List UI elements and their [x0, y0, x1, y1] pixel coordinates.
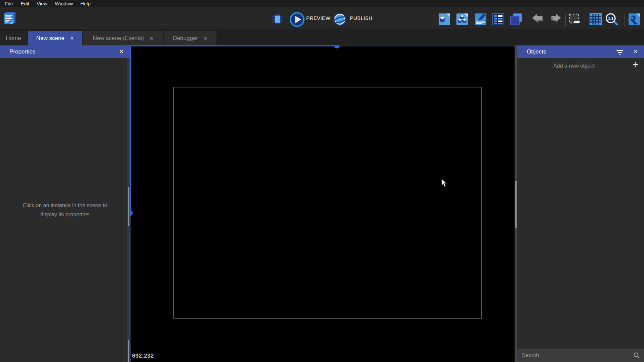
toolbar: PREVIEW PUBLISH [0, 7, 644, 29]
tab-close-icon[interactable]: ✕ [70, 35, 74, 41]
open-objects-editor-icon[interactable] [438, 12, 451, 27]
add-object-row[interactable]: Add a new object + [517, 58, 644, 74]
open-properties-panel-icon[interactable] [474, 12, 487, 27]
objects-panel: Objects ✕ Add a new object + [517, 45, 644, 362]
horizontal-scroll-track [130, 45, 337, 46]
left-scrollbar-thumb[interactable] [128, 187, 129, 226]
menu-view[interactable]: View [33, 0, 51, 7]
objects-search-bar [517, 349, 644, 362]
right-scrollbar-thumb[interactable] [515, 181, 517, 228]
tab-close-icon[interactable]: ✕ [203, 35, 208, 41]
tab-label: Home [6, 35, 21, 42]
left-scrollbar-thumb[interactable] [128, 340, 129, 362]
menu-bar: File Edit View Window Help [0, 0, 644, 7]
preview-button-label[interactable]: PREVIEW [306, 7, 330, 29]
vertical-scroll-track [130, 45, 131, 213]
mouse-cursor-icon [441, 179, 448, 189]
tab-new-scene[interactable]: New scene ✕ [28, 31, 82, 45]
game-window-frame [173, 87, 482, 319]
tab-close-icon[interactable]: ✕ [149, 35, 154, 41]
properties-panel: Properties ✕ Click on an instance in the… [0, 45, 130, 362]
vertical-scroll-thumb[interactable] [130, 210, 133, 216]
publish-icon[interactable] [332, 12, 347, 28]
toolbar-separator [586, 14, 586, 26]
open-instances-list-icon[interactable] [491, 12, 505, 27]
publish-button-label[interactable]: PUBLISH [350, 7, 372, 29]
open-layers-editor-icon[interactable] [509, 12, 523, 27]
scene-canvas[interactable]: 692;232 [130, 45, 515, 362]
menu-edit[interactable]: Edit [17, 0, 33, 7]
properties-panel-header: Properties ✕ [0, 45, 130, 58]
open-object-groups-editor-icon[interactable] [455, 12, 469, 27]
vertical-scroll-track [130, 213, 131, 362]
tab-label: New scene [36, 35, 65, 42]
objects-search-input[interactable] [522, 349, 626, 362]
horizontal-scroll-thumb[interactable] [334, 45, 340, 48]
tab-debugger[interactable]: Debugger ✕ [164, 31, 216, 45]
properties-panel-title: Properties [9, 45, 35, 58]
tab-bar: Home New scene ✕ New scene (Events) ✕ De… [0, 29, 644, 45]
horizontal-scroll-track [337, 45, 515, 46]
menu-file[interactable]: File [1, 0, 17, 7]
delete-selection-icon[interactable] [568, 12, 581, 27]
menu-window[interactable]: Window [51, 0, 76, 7]
grid-icon[interactable] [589, 12, 602, 27]
preview-icon[interactable] [290, 12, 305, 28]
toolbar-separator [527, 14, 527, 26]
close-icon[interactable]: ✕ [634, 45, 638, 58]
add-object-label: Add a new object [517, 63, 631, 69]
tab-label: New scene (Events) [93, 35, 144, 42]
add-object-plus-icon[interactable]: + [633, 59, 639, 70]
right-panel-resizer[interactable] [515, 45, 517, 362]
zoom-icon[interactable]: 1:1 [605, 12, 618, 27]
svg-text:1:1: 1:1 [608, 16, 613, 21]
menu-help[interactable]: Help [77, 0, 94, 7]
search-icon [633, 352, 640, 360]
filter-icon[interactable] [616, 49, 623, 56]
tab-new-scene-events[interactable]: New scene (Events) ✕ [83, 31, 163, 45]
left-panel-resizer[interactable] [127, 58, 130, 362]
objects-panel-title: Objects [527, 45, 546, 58]
close-icon[interactable]: ✕ [119, 45, 124, 58]
tab-home[interactable]: Home [0, 31, 27, 45]
redo-icon[interactable] [549, 13, 562, 27]
undo-icon[interactable] [531, 13, 545, 27]
toolbar-separator [625, 14, 625, 26]
objects-panel-header: Objects ✕ [517, 45, 644, 58]
debug-icon[interactable] [271, 12, 284, 27]
scene-properties-icon[interactable] [628, 12, 641, 27]
toolbar-separator [565, 14, 566, 26]
properties-empty-message: Click on an instance in the scene to dis… [0, 201, 130, 219]
project-manager-icon[interactable] [3, 11, 16, 27]
tab-label: Debugger [173, 35, 198, 42]
cursor-coordinates: 692;232 [132, 353, 154, 359]
